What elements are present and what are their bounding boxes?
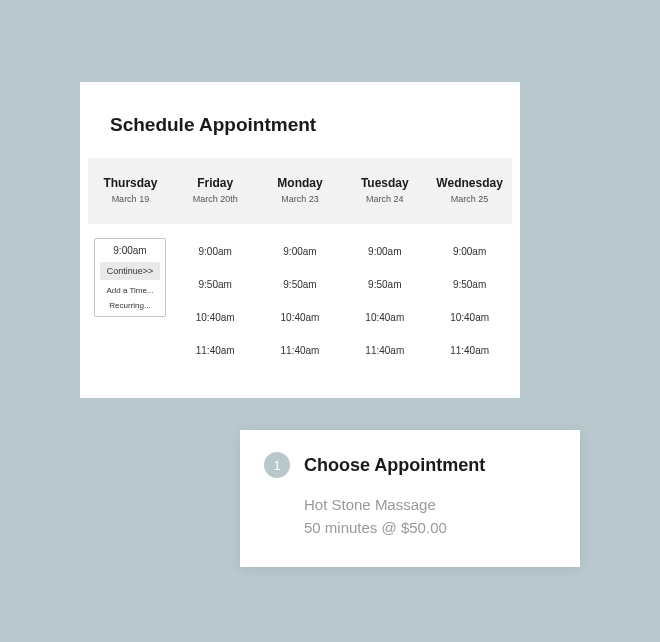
day-header-thursday[interactable]: Thursday March 19 — [88, 176, 173, 204]
time-slot[interactable]: 10:40am — [192, 310, 239, 325]
time-slot[interactable]: 9:00am — [449, 244, 490, 259]
time-column-wednesday: 9:00am 9:50am 10:40am 11:40am — [427, 244, 512, 358]
time-column-monday: 9:00am 9:50am 10:40am 11:40am — [258, 244, 343, 358]
day-date: March 23 — [258, 194, 343, 204]
time-slot[interactable]: 9:00am — [279, 244, 320, 259]
time-slot[interactable]: 10:40am — [446, 310, 493, 325]
appointment-details: Hot Stone Massage 50 minutes @ $50.00 — [304, 494, 556, 539]
time-slot[interactable]: 11:40am — [192, 343, 239, 358]
time-slot[interactable]: 11:40am — [277, 343, 324, 358]
day-header-tuesday[interactable]: Tuesday March 24 — [342, 176, 427, 204]
day-header-row: Thursday March 19 Friday March 20th Mond… — [88, 158, 512, 224]
recurring-button[interactable]: Recurring... — [95, 301, 165, 310]
appointment-duration-price: 50 minutes @ $50.00 — [304, 517, 556, 540]
time-slot[interactable]: 10:40am — [277, 310, 324, 325]
time-slot[interactable]: 10:40am — [361, 310, 408, 325]
add-time-button[interactable]: Add a Time... — [95, 286, 165, 295]
popover-selected-time: 9:00am — [95, 245, 165, 256]
appointment-card: 1 Choose Appointment Hot Stone Massage 5… — [240, 430, 580, 567]
day-date: March 20th — [173, 194, 258, 204]
time-slot[interactable]: 11:40am — [446, 343, 493, 358]
scheduler-card: Schedule Appointment Thursday March 19 F… — [80, 82, 520, 398]
step-number-badge: 1 — [264, 452, 290, 478]
appointment-service: Hot Stone Massage — [304, 494, 556, 517]
appointment-header: 1 Choose Appointment — [264, 452, 556, 478]
time-column-friday: 9:00am 9:50am 10:40am 11:40am — [173, 244, 258, 358]
time-slot[interactable]: 9:50am — [279, 277, 320, 292]
day-date: March 25 — [427, 194, 512, 204]
time-slot[interactable]: 9:00am — [195, 244, 236, 259]
time-slot[interactable]: 9:50am — [195, 277, 236, 292]
scheduler-title: Schedule Appointment — [110, 114, 520, 136]
time-grid: 9:00am Continue>> Add a Time... Recurrin… — [88, 224, 512, 358]
day-date: March 24 — [342, 194, 427, 204]
day-name: Thursday — [88, 176, 173, 190]
day-date: March 19 — [88, 194, 173, 204]
continue-button[interactable]: Continue>> — [100, 262, 160, 280]
time-slot[interactable]: 9:00am — [364, 244, 405, 259]
appointment-title: Choose Appointment — [304, 455, 485, 476]
day-header-monday[interactable]: Monday March 23 — [258, 176, 343, 204]
day-header-wednesday[interactable]: Wednesday March 25 — [427, 176, 512, 204]
day-header-friday[interactable]: Friday March 20th — [173, 176, 258, 204]
day-name: Tuesday — [342, 176, 427, 190]
time-column-tuesday: 9:00am 9:50am 10:40am 11:40am — [342, 244, 427, 358]
day-name: Friday — [173, 176, 258, 190]
time-slot[interactable]: 9:50am — [449, 277, 490, 292]
day-name: Monday — [258, 176, 343, 190]
time-slot[interactable]: 9:50am — [364, 277, 405, 292]
time-slot-popover: 9:00am Continue>> Add a Time... Recurrin… — [94, 238, 166, 317]
time-slot[interactable]: 11:40am — [361, 343, 408, 358]
day-name: Wednesday — [427, 176, 512, 190]
